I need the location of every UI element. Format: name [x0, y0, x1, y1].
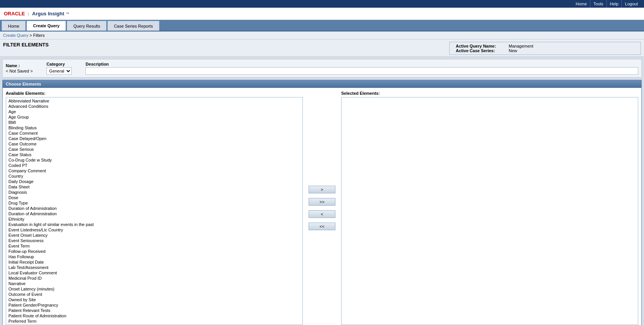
list-item[interactable]: Dose	[7, 195, 302, 200]
tab-create-query[interactable]: Create Query	[26, 21, 66, 31]
category-label: Category	[46, 62, 72, 66]
active-query-name-label: Active Query Name:	[456, 44, 506, 48]
list-item[interactable]: Co-Drug Code w Study	[7, 157, 302, 163]
category-field: Category General Specific Custom	[46, 62, 72, 75]
help-toplink[interactable]: Help	[607, 0, 622, 8]
add-all-button[interactable]: >>	[309, 198, 335, 206]
list-item[interactable]: Case Outcome	[7, 141, 302, 147]
active-query-name-value: Management	[509, 44, 533, 48]
list-item[interactable]: Diagnosis	[7, 190, 302, 195]
list-item[interactable]: Medicinal Prod ID	[7, 276, 302, 281]
list-item[interactable]: Age	[7, 109, 302, 114]
name-field: Name : < Not Saved >	[6, 63, 33, 73]
list-item[interactable]: BMI	[7, 120, 302, 125]
list-item[interactable]: Event Onset Latency	[7, 233, 302, 238]
filter-form: Name : < Not Saved > Category General Sp…	[2, 59, 642, 78]
list-item[interactable]: Drug Type	[7, 200, 302, 206]
available-list-container: Abbreviated NarrativeAdvanced Conditions…	[6, 97, 303, 325]
list-item[interactable]: Country	[7, 173, 302, 179]
trademark-symbol: ™	[66, 12, 69, 16]
name-label: Name :	[6, 63, 33, 68]
list-item[interactable]: Case Status	[7, 152, 302, 157]
list-item[interactable]: Local Evaluator Comment	[7, 270, 302, 276]
list-item[interactable]: Has Followup	[7, 254, 302, 259]
tools-toplink[interactable]: Tools	[590, 0, 607, 8]
list-item[interactable]: Owned by Site	[7, 297, 302, 302]
list-item[interactable]: Preferred Term	[7, 318, 302, 324]
choose-elements-panel: Choose Elements Available Elements: Abbr…	[2, 80, 642, 325]
list-item[interactable]: Patient Relevant Tests	[7, 308, 302, 313]
breadcrumb-separator: >	[30, 33, 33, 38]
list-item[interactable]: Duration of Administration	[7, 206, 302, 211]
logo-separator: |	[28, 12, 29, 16]
tab-home[interactable]: Home	[2, 21, 26, 31]
logo: ORACLE | Argus Insight™	[4, 11, 69, 16]
active-case-series-label: Active Case Series:	[456, 48, 506, 53]
list-item[interactable]: Initial Receipt Date	[7, 259, 302, 265]
list-item[interactable]: Case Serious	[7, 147, 302, 152]
top-bar: Home Tools Help Logout	[0, 0, 644, 8]
list-item[interactable]: Patient Gender/Pregnancy	[7, 302, 302, 308]
header: ORACLE | Argus Insight™	[0, 8, 644, 20]
transfer-buttons: > >> < <<	[303, 91, 341, 325]
tab-case-series-reports[interactable]: Case Series Reports	[107, 21, 159, 31]
available-list[interactable]: Abbreviated NarrativeAdvanced Conditions…	[6, 97, 302, 325]
list-item[interactable]: Lab Test/Assessment	[7, 265, 302, 270]
list-item[interactable]: Data Sheet	[7, 184, 302, 190]
list-item[interactable]: Company Comment	[7, 168, 302, 173]
breadcrumb-create-query[interactable]: Create Query	[3, 33, 28, 38]
remove-one-button[interactable]: <	[309, 210, 335, 218]
list-item[interactable]: Event Listedness/Lic Country	[7, 227, 302, 233]
logout-toplink[interactable]: Logout	[622, 0, 641, 8]
category-select[interactable]: General Specific Custom	[46, 67, 72, 75]
choose-elements-header: Choose Elements	[3, 80, 641, 88]
list-item[interactable]: Ethnicity	[7, 216, 302, 222]
description-input[interactable]	[85, 67, 638, 75]
oracle-text: ORACLE	[4, 11, 25, 16]
list-item[interactable]: Daily Dosage	[7, 179, 302, 184]
list-item[interactable]: Abbreviated Narrative	[7, 98, 302, 104]
list-item[interactable]: Coded PT	[7, 163, 302, 168]
list-item[interactable]: Event Term	[7, 243, 302, 249]
home-toplink[interactable]: Home	[573, 0, 590, 8]
remove-all-button[interactable]: <<	[309, 223, 335, 230]
list-item[interactable]: Age Group	[7, 114, 302, 120]
list-item[interactable]: Duration of Administration	[7, 211, 302, 216]
page-title-bar: FILTER ELEMENTS Active Query Name: Manag…	[0, 40, 644, 57]
description-label: Description	[85, 62, 638, 66]
list-item[interactable]: Narrative	[7, 281, 302, 286]
list-item[interactable]: Patient Route of Administration	[7, 313, 302, 318]
list-item[interactable]: Advanced Conditions	[7, 104, 302, 109]
tab-query-results[interactable]: Query Results	[67, 21, 107, 31]
list-item[interactable]: Onset Latency (minutes)	[7, 286, 302, 292]
list-item[interactable]: Evaluation in light of similar events in…	[7, 222, 302, 227]
breadcrumb: Create Query > Filters	[0, 31, 644, 40]
list-item[interactable]: Follow-up Received	[7, 249, 302, 254]
list-item[interactable]: Event Seriousness	[7, 238, 302, 243]
active-query-box: Active Query Name: Management Active Cas…	[449, 42, 641, 55]
page-title: FILTER ELEMENTS	[3, 42, 49, 48]
list-item[interactable]: Outcome of Event	[7, 292, 302, 297]
choose-elements-body: Available Elements: Abbreviated Narrativ…	[3, 88, 641, 325]
name-value: < Not Saved >	[6, 69, 33, 73]
available-panel-title: Available Elements:	[6, 91, 303, 96]
selected-list-container[interactable]	[341, 97, 638, 325]
available-panel: Available Elements: Abbreviated Narrativ…	[6, 91, 303, 325]
list-item[interactable]: Case Comment	[7, 130, 302, 136]
description-field: Description	[85, 62, 638, 75]
list-item[interactable]: Case Delayed/Open	[7, 136, 302, 141]
tab-bar: Home Create Query Query Results Case Ser…	[0, 20, 644, 31]
active-case-series-value: New	[509, 48, 517, 53]
argus-insight-text: Argus Insight	[32, 11, 64, 16]
selected-panel-title: Selected Elements:	[341, 91, 638, 96]
breadcrumb-filters: Filters	[33, 33, 45, 38]
add-one-button[interactable]: >	[309, 186, 335, 193]
selected-panel: Selected Elements:	[341, 91, 638, 325]
list-item[interactable]: Blinding Status	[7, 125, 302, 130]
